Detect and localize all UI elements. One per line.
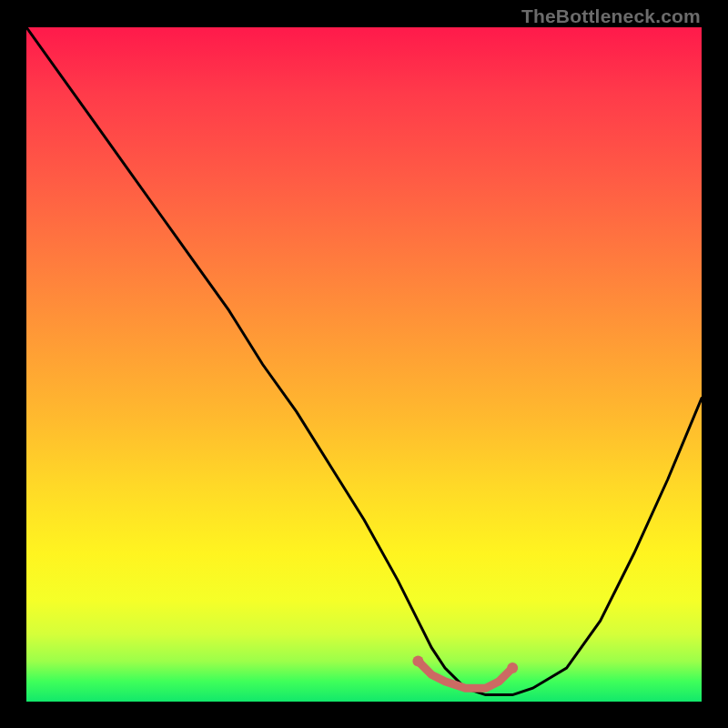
watermark-text: TheBottleneck.com xyxy=(521,5,701,27)
curve-layer xyxy=(26,27,702,702)
chart-frame: TheBottleneck.com xyxy=(0,0,728,728)
bottleneck-curve xyxy=(26,27,702,695)
valley-highlight-segment xyxy=(418,662,512,689)
plot-area xyxy=(26,27,702,702)
valley-dot-right xyxy=(507,662,518,673)
valley-dot-left xyxy=(412,656,423,667)
